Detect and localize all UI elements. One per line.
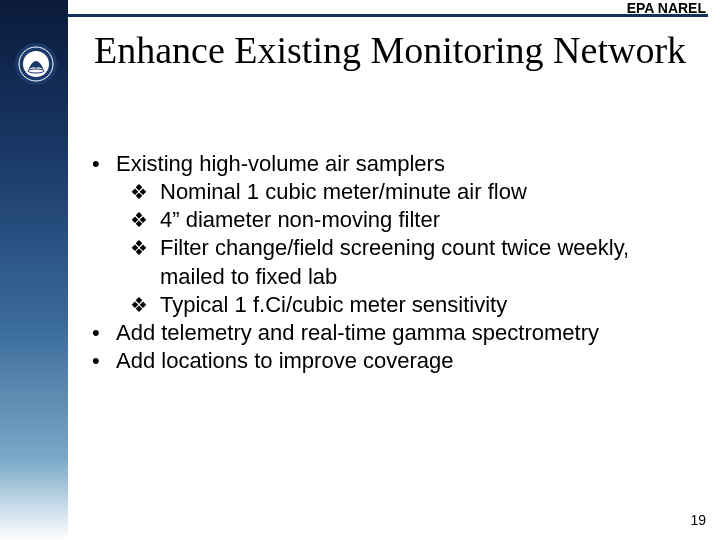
content-area: • Existing high-volume air samplers ❖ No…	[92, 150, 682, 375]
bullet-text: Add locations to improve coverage	[116, 347, 682, 375]
sub-bullet-text: Typical 1 f.Ci/cubic meter sensitivity	[160, 291, 682, 319]
bullet-item: • Add telemetry and real-time gamma spec…	[92, 319, 682, 347]
diamond-bullet-icon: ❖	[130, 234, 160, 290]
sub-bullet-text: Filter change/field screening count twic…	[160, 234, 682, 290]
bullet-dot-icon: •	[92, 319, 116, 347]
sub-bullet-item: ❖ Typical 1 f.Ci/cubic meter sensitivity	[92, 291, 682, 319]
bullet-item: • Add locations to improve coverage	[92, 347, 682, 375]
sub-bullet-text: Nominal 1 cubic meter/minute air flow	[160, 178, 682, 206]
bullet-dot-icon: •	[92, 347, 116, 375]
bullet-text: Add telemetry and real-time gamma spectr…	[116, 319, 682, 347]
diamond-bullet-icon: ❖	[130, 206, 160, 234]
sub-bullet-item: ❖ 4” diameter non-moving filter	[92, 206, 682, 234]
page-number: 19	[690, 512, 706, 528]
diamond-bullet-icon: ❖	[130, 291, 160, 319]
slide: EPA NAREL Enhance Existing Monitoring Ne…	[0, 0, 720, 540]
epa-seal-icon	[14, 42, 58, 86]
bullet-text: Existing high-volume air samplers	[116, 150, 682, 178]
slide-title: Enhance Existing Monitoring Network	[80, 30, 700, 72]
sub-bullet-item: ❖ Nominal 1 cubic meter/minute air flow	[92, 178, 682, 206]
bullet-item: • Existing high-volume air samplers	[92, 150, 682, 178]
sub-bullet-item: ❖ Filter change/field screening count tw…	[92, 234, 682, 290]
diamond-bullet-icon: ❖	[130, 178, 160, 206]
bullet-dot-icon: •	[92, 150, 116, 178]
header-rule	[68, 14, 708, 17]
sub-bullet-text: 4” diameter non-moving filter	[160, 206, 682, 234]
header-label: EPA NAREL	[627, 0, 706, 16]
